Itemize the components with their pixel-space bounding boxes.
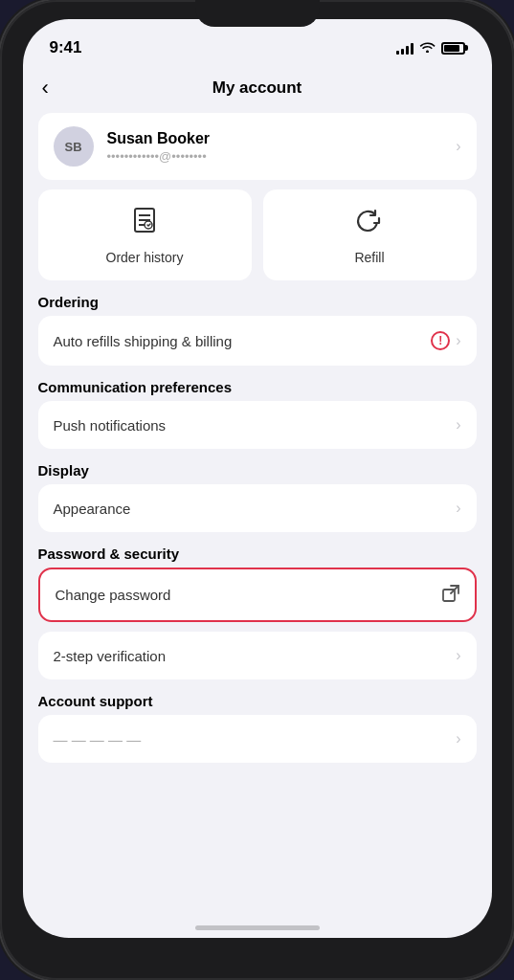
two-step-chevron-icon: ›	[456, 647, 460, 664]
appearance-right: ›	[456, 500, 460, 517]
nav-header: ‹ My account	[23, 67, 492, 113]
alert-icon: !	[431, 331, 450, 350]
battery-icon	[441, 42, 465, 55]
appearance-item[interactable]: Appearance ›	[38, 484, 477, 532]
appearance-chevron-icon: ›	[456, 500, 460, 517]
refill-icon	[354, 205, 385, 242]
auto-refills-item[interactable]: Auto refills shipping & billing ! ›	[38, 316, 477, 366]
content-area: ‹ My account SB Susan Booker •••••••••••…	[23, 67, 492, 938]
profile-card[interactable]: SB Susan Booker ••••••••••••@•••••••• ›	[38, 113, 477, 180]
home-indicator	[195, 925, 320, 930]
change-password-right	[442, 585, 459, 605]
avatar: SB	[54, 126, 94, 167]
auto-refills-chevron-icon: ›	[456, 332, 460, 349]
profile-chevron-icon: ›	[456, 138, 460, 155]
two-step-card: 2-step verification ›	[38, 632, 477, 679]
quick-actions: Order history Refill	[38, 189, 477, 280]
order-history-label: Order history	[106, 250, 184, 265]
appearance-label: Appearance	[54, 501, 131, 517]
status-icons	[396, 40, 465, 56]
account-support-card: — — — — — ›	[38, 715, 477, 763]
auto-refills-right: ! ›	[431, 331, 460, 350]
back-button[interactable]: ‹	[42, 76, 49, 100]
push-notifications-label: Push notifications	[54, 417, 167, 434]
screen: 9:41	[23, 19, 492, 938]
phone-frame: 9:41	[0, 0, 514, 980]
ordering-card: Auto refills shipping & billing ! ›	[38, 316, 477, 366]
display-section-header: Display	[38, 462, 477, 479]
push-notifications-right: ›	[456, 416, 460, 434]
support-chevron-icon: ›	[456, 730, 460, 747]
communication-section-header: Communication preferences	[38, 379, 477, 395]
order-history-button[interactable]: Order history	[38, 189, 252, 280]
ordering-section-header: Ordering	[38, 294, 477, 310]
auto-refills-label: Auto refills shipping & billing	[54, 333, 233, 349]
page-title: My account	[212, 78, 302, 98]
password-section-header: Password & security	[38, 546, 477, 562]
status-time: 9:41	[50, 38, 82, 57]
profile-row[interactable]: SB Susan Booker ••••••••••••@•••••••• ›	[38, 113, 477, 180]
refill-label: Refill	[354, 250, 384, 265]
communication-card: Push notifications ›	[38, 401, 477, 449]
change-password-card[interactable]: Change password	[38, 568, 477, 622]
push-notifications-chevron-icon: ›	[456, 416, 460, 434]
wifi-icon	[419, 40, 436, 56]
two-step-item[interactable]: 2-step verification ›	[38, 632, 477, 679]
refill-button[interactable]: Refill	[263, 189, 477, 280]
support-right: ›	[456, 730, 460, 747]
profile-info: Susan Booker ••••••••••••@••••••••	[107, 130, 443, 164]
notch	[195, 0, 320, 27]
push-notifications-item[interactable]: Push notifications ›	[38, 401, 477, 449]
display-card: Appearance ›	[38, 484, 477, 532]
two-step-right: ›	[456, 647, 460, 664]
profile-email: ••••••••••••@••••••••	[107, 149, 443, 164]
change-password-item[interactable]: Change password	[40, 569, 475, 620]
order-history-icon	[129, 205, 160, 242]
two-step-label: 2-step verification	[54, 648, 167, 664]
account-support-section-header: Account support	[38, 693, 477, 709]
signal-bars-icon	[396, 42, 413, 55]
support-item-label: — — — — —	[54, 731, 142, 747]
profile-name: Susan Booker	[107, 130, 443, 147]
external-link-icon	[442, 585, 459, 605]
support-item[interactable]: — — — — — ›	[38, 715, 477, 763]
change-password-label: Change password	[56, 587, 171, 603]
